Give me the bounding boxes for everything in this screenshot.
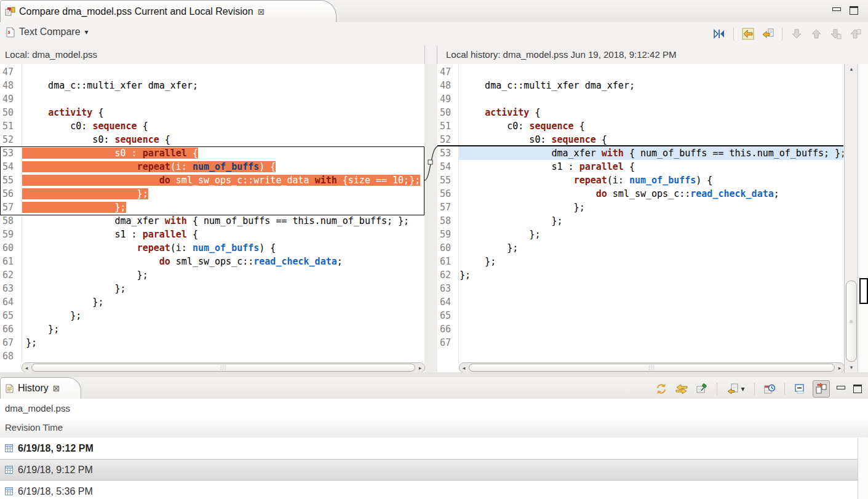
swap-left-right-button[interactable] bbox=[712, 26, 727, 41]
editor-maximize-button[interactable] bbox=[848, 6, 859, 15]
scroll-right-arrow-icon[interactable]: ▸ bbox=[835, 363, 844, 372]
line-number: 53 bbox=[0, 146, 22, 160]
code-line: }; bbox=[22, 309, 424, 322]
text-compare-icon: s bbox=[6, 27, 15, 38]
right-hscroll-thumb[interactable]: ⁞⁞⁞ bbox=[469, 364, 835, 372]
history-revision-row[interactable]: 6/19/18, 9:12 PM bbox=[0, 437, 858, 459]
scroll-right-arrow-icon[interactable]: ▸ bbox=[416, 363, 424, 372]
scroll-left-arrow-icon[interactable]: ◂ bbox=[460, 363, 468, 372]
left-compare-pane[interactable]: 4748495051525354555657585960616263646566… bbox=[0, 64, 424, 363]
right-code-editor[interactable]: dma_c::multi_xfer dma_xfer; activity { c… bbox=[459, 64, 843, 363]
line-number: 55 bbox=[437, 174, 458, 187]
toolbar-separator bbox=[733, 28, 734, 40]
diff-overview-marker[interactable] bbox=[859, 278, 868, 304]
show-time-mode-button[interactable] bbox=[762, 381, 777, 396]
pane-headers: Local: dma_model.pss Local history: dma_… bbox=[0, 46, 868, 65]
history-minimize-button[interactable] bbox=[835, 384, 846, 394]
line-number: 56 bbox=[437, 187, 458, 201]
toolbar-separator bbox=[717, 383, 717, 395]
history-revision-row[interactable]: 6/19/18, 9:12 PM bbox=[0, 459, 858, 481]
pin-view-button[interactable] bbox=[695, 381, 709, 396]
revision-time-label: 6/19/18, 5:36 PM bbox=[18, 486, 93, 497]
editor-minimize-button[interactable] bbox=[831, 6, 842, 15]
compare-editor-window: Compare dma_model.pss Current and Local … bbox=[0, 0, 868, 499]
revision-icon bbox=[5, 466, 13, 474]
history-revision-row[interactable]: 6/19/18, 5:36 PM bbox=[0, 481, 858, 499]
chevron-down-icon[interactable]: ▾ bbox=[85, 28, 89, 36]
toolbar-separator bbox=[784, 383, 785, 395]
code-line: dma_c::multi_xfer dma_xfer; bbox=[22, 79, 424, 92]
compare-mode-toggle-button[interactable] bbox=[813, 380, 830, 397]
line-number: 56 bbox=[0, 187, 22, 201]
history-maximize-button[interactable] bbox=[852, 384, 863, 394]
line-number: 53 bbox=[437, 146, 458, 160]
copy-current-right-to-left-button[interactable] bbox=[760, 26, 775, 41]
tab-history[interactable]: History ⊠ bbox=[0, 377, 81, 399]
line-number: 57 bbox=[437, 201, 458, 214]
scroll-up-arrow-icon[interactable]: ▴ bbox=[845, 65, 858, 73]
code-line: }; bbox=[22, 322, 424, 336]
center-diff-gutter bbox=[424, 64, 437, 372]
collapse-all-button[interactable] bbox=[792, 381, 807, 396]
code-line bbox=[22, 92, 424, 106]
code-line: }; bbox=[22, 268, 424, 282]
scroll-down-arrow-icon[interactable]: ▾ bbox=[845, 363, 858, 372]
code-line: c0: sequence { bbox=[22, 119, 424, 133]
next-change-button[interactable] bbox=[829, 26, 843, 41]
chevron-down-icon[interactable]: ▾ bbox=[741, 385, 744, 393]
next-difference-button[interactable] bbox=[789, 26, 804, 41]
vscroll-thumb[interactable]: ≡ bbox=[846, 281, 857, 362]
code-line: repeat(i: num_of_buffs) { bbox=[22, 160, 424, 174]
code-line: repeat(i: num_of_buffs) { bbox=[22, 241, 424, 255]
compare-mode-selector[interactable]: s Text Compare ▾ bbox=[6, 26, 89, 38]
code-line: repeat(i: num_of_buffs) { bbox=[459, 174, 843, 187]
code-line: s1 : parallel { bbox=[22, 228, 424, 241]
right-compare-pane[interactable]: 4748495051525354555657585960616263646566… bbox=[437, 64, 843, 363]
group-revisions-button[interactable]: ▾ bbox=[725, 381, 747, 396]
code-line: s0: sequence { bbox=[22, 133, 424, 146]
blue-diff-highlight: dma_xfer with { num_of_buffs == this.num… bbox=[459, 146, 843, 160]
revision-time-column-header[interactable]: Revision Time bbox=[0, 418, 868, 438]
right-pane-title: Local history: dma_model.pss Jun 19, 201… bbox=[446, 49, 676, 60]
line-number: 47 bbox=[437, 65, 458, 79]
line-number: 63 bbox=[437, 282, 458, 295]
line-number: 55 bbox=[0, 174, 22, 187]
line-number: 66 bbox=[0, 322, 22, 336]
line-number: 64 bbox=[437, 295, 458, 309]
code-line: }; bbox=[459, 268, 843, 282]
left-horizontal-scrollbar[interactable]: ◂ ⁞⁞⁞ ▸ bbox=[22, 362, 425, 373]
orange-diff-highlight: s0 : parallel { bbox=[22, 148, 198, 159]
copy-all-right-to-left-button[interactable] bbox=[741, 26, 755, 41]
right-horizontal-scrollbar[interactable]: ◂ ⁞⁞⁞ ▸ bbox=[459, 362, 845, 373]
line-number: 52 bbox=[437, 133, 458, 146]
panel-sash[interactable] bbox=[0, 372, 868, 377]
left-code-editor[interactable]: dma_c::multi_xfer dma_xfer; activity { c… bbox=[22, 64, 424, 363]
history-scrollbar-track[interactable] bbox=[858, 437, 868, 499]
history-tab-close-icon[interactable]: ⊠ bbox=[53, 383, 60, 393]
code-line: }; bbox=[459, 241, 843, 255]
previous-difference-button[interactable] bbox=[809, 26, 824, 41]
code-line bbox=[22, 349, 424, 363]
editor-tabbar: Compare dma_model.pss Current and Local … bbox=[0, 0, 868, 23]
scroll-left-arrow-icon[interactable]: ◂ bbox=[22, 363, 31, 372]
diff-overview-ruler[interactable] bbox=[858, 64, 868, 372]
line-number: 57 bbox=[0, 201, 22, 214]
link-with-editor-button[interactable] bbox=[674, 381, 689, 396]
history-tabbar: History ⊠ bbox=[0, 377, 868, 399]
editor-tab-close-icon[interactable]: ⊠ bbox=[258, 7, 265, 17]
left-hscroll-thumb[interactable]: ⁞⁞⁞ bbox=[31, 364, 415, 372]
tab-compare-editor[interactable]: Compare dma_model.pss Current and Local … bbox=[0, 0, 336, 22]
revision-icon bbox=[5, 487, 13, 495]
right-line-number-gutter: 4748495051525354555657585960616263646566… bbox=[437, 64, 459, 363]
revision-list[interactable]: 6/19/18, 9:12 PM 6/19/18, 9:12 PM 6/19/1… bbox=[0, 437, 858, 499]
toolbar-separator bbox=[754, 383, 755, 395]
vertical-scrollbar[interactable]: ▴ ≡ ▾ bbox=[844, 64, 859, 372]
code-line: }; bbox=[459, 214, 843, 228]
refresh-button[interactable] bbox=[654, 381, 669, 396]
line-number: 48 bbox=[437, 79, 458, 92]
line-number: 61 bbox=[0, 255, 22, 268]
line-number: 51 bbox=[0, 119, 22, 133]
previous-change-button[interactable] bbox=[848, 26, 863, 41]
code-line: do sml_sw_ops_c::write_data with {size =… bbox=[22, 174, 424, 187]
code-line: }; bbox=[459, 201, 843, 214]
